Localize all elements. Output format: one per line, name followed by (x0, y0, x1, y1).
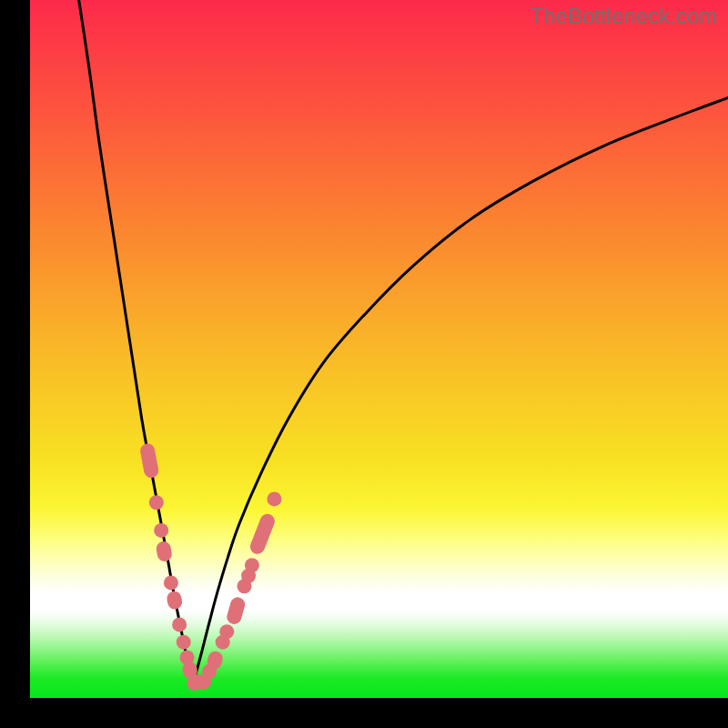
marker-dot (172, 617, 187, 632)
plot-area (30, 0, 728, 698)
marker-group (139, 442, 282, 691)
marker-lozenge (166, 590, 183, 611)
chart-svg (30, 0, 728, 698)
marker-dot (149, 495, 164, 510)
marker-lozenge (155, 541, 173, 563)
chart-frame: TheBottleneck.com (0, 0, 728, 728)
marker-lozenge (225, 596, 247, 626)
marker-dot (154, 523, 168, 538)
marker-dot (219, 624, 234, 639)
marker-dot (267, 491, 281, 506)
marker-dot (177, 635, 191, 650)
marker-lozenge (139, 442, 160, 479)
marker-dot (164, 575, 178, 590)
marker-dot (245, 558, 259, 572)
marker-lozenge (248, 511, 278, 556)
watermark-text: TheBottleneck.com (531, 4, 717, 29)
